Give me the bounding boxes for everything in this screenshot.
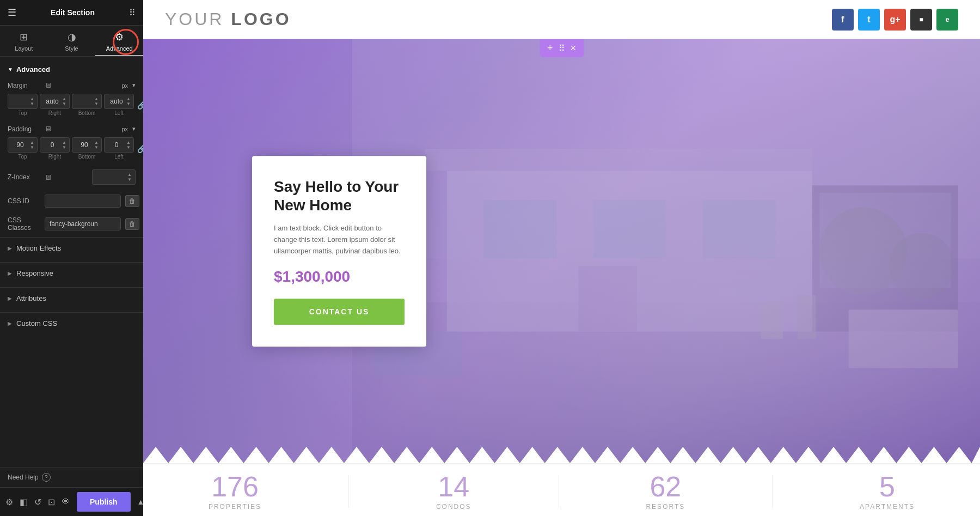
margin-bottom-group: ▲▼ Bottom <box>72 94 102 116</box>
stat-divider-1 <box>348 475 349 508</box>
eye-toolbar-icon[interactable]: 👁 <box>62 497 70 507</box>
tab-style[interactable]: ◑ Style <box>48 26 96 56</box>
margin-label: Margin <box>8 82 40 89</box>
stat-properties-number: 176 <box>211 472 259 501</box>
margin-top-field[interactable] <box>10 98 30 105</box>
social-googleplus-button[interactable]: g+ <box>884 9 906 31</box>
cssclasses-label: CSS Classes <box>8 216 40 232</box>
hero-section: + ⠿ × Say Hello to Your New Home I am te… <box>143 39 980 463</box>
cssclasses-input[interactable]: fancy-backgroun <box>45 217 121 230</box>
cssid-input[interactable] <box>45 195 121 208</box>
layers-toolbar-icon[interactable]: ◧ <box>20 497 28 507</box>
margin-left-label: Left <box>114 110 124 116</box>
padding-bottom-label: Bottom <box>78 154 96 160</box>
history-toolbar-icon[interactable]: ↺ <box>34 497 41 507</box>
grid-icon[interactable]: ⠿ <box>129 8 136 18</box>
cssid-label: CSS ID <box>8 197 40 205</box>
attributes-header[interactable]: ▶ Attributes <box>0 288 143 309</box>
zindex-input[interactable]: ▲▼ <box>92 169 136 185</box>
contact-us-button[interactable]: CONTACT US <box>274 299 405 325</box>
margin-right-input[interactable]: auto ▲▼ <box>40 94 70 109</box>
attributes-label: Attributes <box>16 294 46 302</box>
motion-effects-arrow: ▶ <box>8 245 12 251</box>
cssid-delete-button[interactable]: 🗑 <box>125 195 139 207</box>
stat-apartments-label: APARTMENTS <box>860 503 915 511</box>
padding-right-label: Right <box>48 154 61 160</box>
padding-left-field[interactable]: 0 <box>107 141 126 149</box>
padding-top-spinners[interactable]: ▲▼ <box>30 140 34 150</box>
padding-left-spinners[interactable]: ▲▼ <box>126 140 131 150</box>
attributes-section: ▶ Attributes <box>0 287 143 309</box>
margin-unit-arrow[interactable]: ▾ <box>132 82 136 89</box>
expand-icon[interactable]: ▲ <box>137 497 145 506</box>
margin-right-field[interactable]: auto <box>42 98 62 105</box>
margin-left-input[interactable]: auto ▲▼ <box>104 94 134 109</box>
padding-bottom-spinners[interactable]: ▲▼ <box>94 140 99 150</box>
close-section-icon[interactable]: × <box>571 43 577 54</box>
help-circle-icon: ? <box>42 473 51 482</box>
social-elementor-button[interactable]: e <box>936 9 958 31</box>
padding-bottom-field[interactable]: 90 <box>75 141 94 149</box>
padding-right-spinners[interactable]: ▲▼ <box>62 140 66 150</box>
margin-bottom-field[interactable] <box>75 98 94 105</box>
padding-unit-arrow[interactable]: ▾ <box>132 125 136 132</box>
margin-bottom-input[interactable]: ▲▼ <box>72 94 102 109</box>
tab-advanced[interactable]: ⚙ Advanced <box>95 26 143 56</box>
responsive-label: Responsive <box>16 269 53 277</box>
advanced-section-header[interactable]: ▼ Advanced <box>0 62 143 79</box>
padding-top-label: Top <box>18 154 27 160</box>
motion-effects-header[interactable]: ▶ Motion Effects <box>0 238 143 259</box>
padding-link-icon[interactable]: 🔗 <box>136 143 143 154</box>
padding-right-field[interactable]: 0 <box>42 141 62 149</box>
cssclasses-delete-button[interactable]: 🗑 <box>125 218 139 230</box>
margin-bottom-spinners[interactable]: ▲▼ <box>94 96 99 106</box>
tab-layout-label: Layout <box>15 45 33 52</box>
responsive-arrow: ▶ <box>8 270 12 276</box>
custom-css-label: Custom CSS <box>16 319 57 327</box>
margin-top-input[interactable]: ▲▼ <box>8 94 38 109</box>
responsive-toolbar-icon[interactable]: ⊡ <box>48 497 55 507</box>
margin-top-group: ▲▼ Top <box>8 94 38 116</box>
padding-left-input[interactable]: 0 ▲▼ <box>104 137 134 153</box>
advanced-label: Advanced <box>16 65 50 74</box>
margin-left-field[interactable]: auto <box>107 98 126 105</box>
house-illustration <box>352 39 980 463</box>
margin-right-spinners[interactable]: ▲▼ <box>62 96 66 106</box>
padding-right-input[interactable]: 0 ▲▼ <box>40 137 70 153</box>
stats-bar: 176 PROPERTIES 14 CONDOS 62 RESORTS 5 AP… <box>143 463 980 516</box>
zindex-label: Z-Index <box>8 173 40 181</box>
margin-link-icon[interactable]: 🔗 <box>136 100 143 111</box>
padding-top-input[interactable]: 90 ▲▼ <box>8 137 38 153</box>
add-section-icon[interactable]: + <box>547 43 553 54</box>
zindex-spinners[interactable]: ▲▼ <box>127 172 132 182</box>
drag-section-icon[interactable]: ⠿ <box>559 43 565 53</box>
motion-effects-label: Motion Effects <box>16 244 61 252</box>
hamburger-icon[interactable]: ☰ <box>8 7 16 19</box>
publish-button[interactable]: Publish <box>77 492 131 512</box>
responsive-header[interactable]: ▶ Responsive <box>0 263 143 284</box>
panel-header: ☰ Edit Section ⠿ <box>0 0 143 26</box>
social-instagram-button[interactable]: ■ <box>910 9 932 31</box>
margin-left-spinners[interactable]: ▲▼ <box>126 96 131 106</box>
layout-icon: ⊞ <box>20 31 28 43</box>
margin-top-spinners[interactable]: ▲▼ <box>30 96 34 106</box>
padding-bottom-input[interactable]: 90 ▲▼ <box>72 137 102 153</box>
margin-bottom-label: Bottom <box>78 110 96 116</box>
margin-unit: px <box>121 82 128 89</box>
style-icon: ◑ <box>68 31 76 43</box>
stat-divider-3 <box>772 475 773 508</box>
custom-css-header[interactable]: ▶ Custom CSS <box>0 313 143 334</box>
padding-top-field[interactable]: 90 <box>10 141 30 149</box>
tab-layout[interactable]: ⊞ Layout <box>0 26 48 56</box>
zindex-monitor-icon: 🖥 <box>45 173 52 181</box>
padding-monitor-icon: 🖥 <box>45 125 52 133</box>
padding-field-row: Padding 🖥 px ▾ <box>0 123 143 135</box>
settings-toolbar-icon[interactable]: ⚙ <box>5 497 13 507</box>
custom-css-arrow: ▶ <box>8 320 12 326</box>
padding-left-group: 0 ▲▼ Left <box>104 137 134 160</box>
zindex-field[interactable] <box>95 173 127 181</box>
social-twitter-button[interactable]: t <box>858 9 880 31</box>
stat-resorts: 62 RESORTS <box>646 472 685 511</box>
social-facebook-button[interactable]: f <box>832 9 854 31</box>
need-help-link[interactable]: Need Help ? <box>8 473 136 482</box>
